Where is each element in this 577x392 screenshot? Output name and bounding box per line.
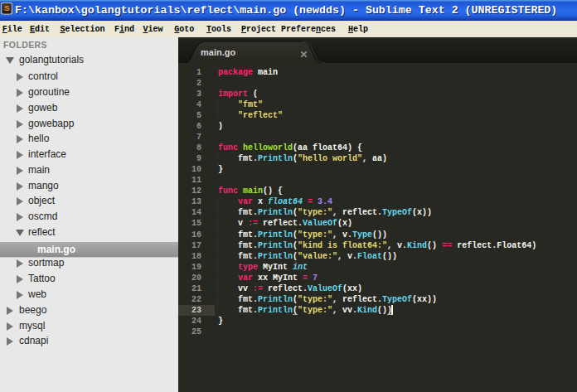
svg-text:S: S xyxy=(4,3,9,12)
